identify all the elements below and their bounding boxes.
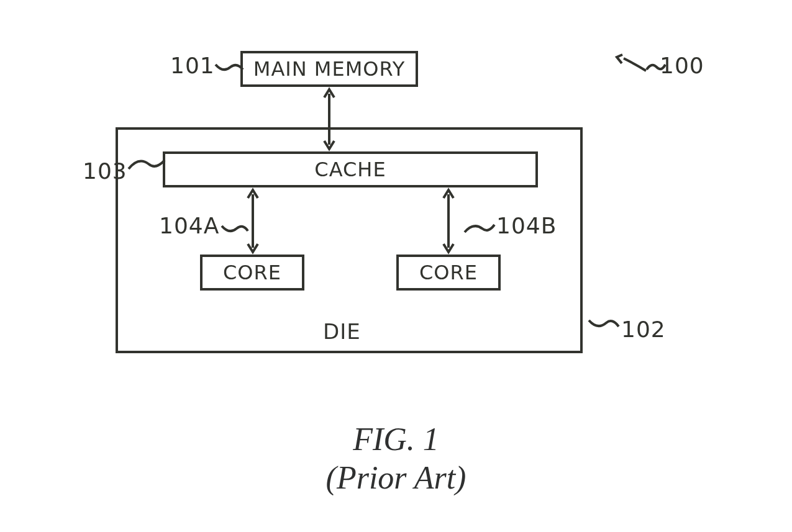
main-memory-text: MAIN MEMORY (253, 57, 405, 81)
ref-100-arrow (614, 52, 651, 74)
cache-box: CACHE (163, 151, 538, 187)
core-a-box: CORE (200, 255, 304, 291)
ref-104a-label: 104A (159, 213, 219, 238)
core-a-text: CORE (223, 261, 281, 284)
ref-103-label: 103 (83, 158, 127, 184)
diagram-stage: MAIN MEMORY DIE CACHE CORE CORE (0, 0, 792, 532)
core-b-text: CORE (419, 261, 478, 284)
ref-102-label: 102 (621, 317, 666, 342)
die-text: DIE (323, 319, 361, 344)
figure-caption-line1: FIG. 1 (0, 421, 792, 458)
ref-100-label: 100 (660, 53, 704, 78)
figure-caption-line2: (Prior Art) (0, 459, 792, 496)
ref-101-tilde (214, 61, 244, 74)
main-memory-box: MAIN MEMORY (240, 51, 418, 87)
ref-101-label: 101 (170, 53, 215, 78)
core-b-box: CORE (396, 255, 501, 291)
ref-104b-label: 104B (496, 213, 557, 238)
cache-text: CACHE (314, 158, 386, 181)
ref-102-tilde (588, 315, 620, 331)
